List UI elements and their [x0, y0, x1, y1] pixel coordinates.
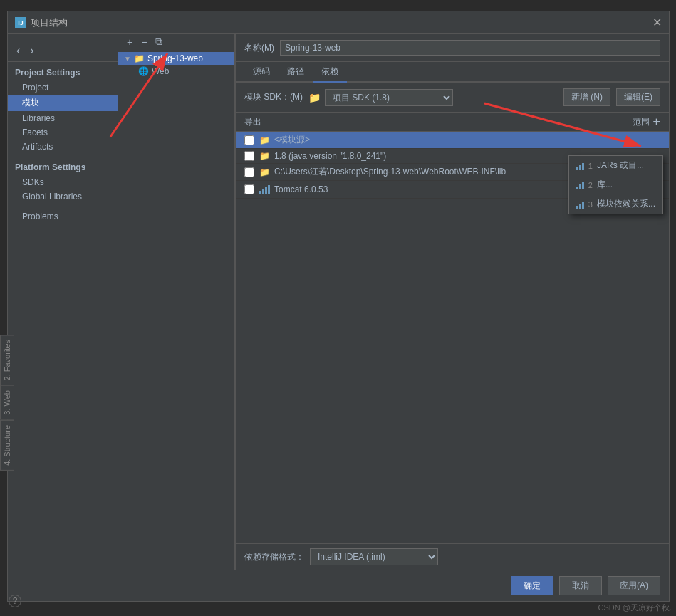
sidebar-item-global-libraries[interactable]: Global Libraries — [8, 189, 118, 204]
sidebar-item-problems[interactable]: Problems — [8, 209, 118, 224]
popup-num-1: 1 — [588, 162, 593, 170]
name-label: 名称(M) — [244, 42, 274, 54]
jars-icon — [576, 162, 584, 170]
deps-label: 导出 — [244, 116, 261, 128]
chevron-down-icon: ▼ — [124, 55, 131, 63]
forward-button[interactable]: › — [27, 43, 36, 58]
cancel-button[interactable]: 取消 — [559, 576, 602, 595]
main-area: + − ⧉ ▼ 📁 Spring-13-web 🌐 Web — [118, 34, 669, 601]
sidebar-item-artifacts[interactable]: Artifacts — [8, 140, 118, 154]
sidebar-item-modules[interactable]: 模块 — [8, 95, 118, 111]
watermark: CSDN @天凉好个秋. — [598, 602, 672, 613]
deps-row-module-source[interactable]: 📁 <模块源> — [236, 132, 669, 149]
name-input[interactable] — [280, 40, 660, 56]
folder-icon: 📁 — [134, 53, 145, 63]
add-sdk-button[interactable]: 新增 (N) — [563, 88, 610, 106]
deps-name-module-source: <模块源> — [274, 134, 660, 146]
format-select[interactable]: IntelliJ IDEA (.iml) Eclipse (.classpath… — [310, 548, 438, 565]
vtab-favorites[interactable]: 2: Favorites — [0, 335, 14, 385]
sdk-row: 模块 SDK：(M) 📁 项目 SDK (1.8) 新增 (N) 编辑(E) — [236, 83, 669, 113]
tab-source[interactable]: 源码 — [244, 62, 279, 83]
popup-item-jars[interactable]: 1 JARs 或目... — [569, 156, 662, 175]
folder-icon: 📁 — [308, 92, 321, 103]
deps-checkbox-module-source[interactable] — [244, 135, 254, 145]
dialog-title: 项目结构 — [31, 16, 68, 29]
scope-label: 范围 — [633, 116, 650, 128]
remove-module-button[interactable]: − — [138, 35, 150, 49]
popup-num-3: 3 — [588, 200, 593, 209]
jdk-icon: 📁 — [259, 152, 270, 160]
deps-header: 导出 范围 + — [236, 113, 669, 132]
popup-label-jars: JARs 或目... — [597, 160, 644, 172]
popup-label-lib: 库... — [597, 179, 613, 191]
deps-checkbox-tomcat[interactable] — [244, 184, 254, 194]
tree-item-web[interactable]: 🌐 Web — [118, 65, 234, 78]
bottom-label: 依赖存储格式： — [244, 551, 304, 563]
sidebar-item-project[interactable]: Project — [8, 80, 118, 95]
popup-num-2: 2 — [588, 181, 593, 189]
dialog-body: ‹ › Project Settings Project 模块 Librarie… — [8, 34, 669, 601]
tree-item-label: Spring-13-web — [147, 53, 203, 63]
deps-checkbox-jdk[interactable] — [244, 151, 254, 161]
project-settings-header: Project Settings — [8, 65, 118, 80]
platform-settings-header: Platform Settings — [8, 160, 118, 175]
title-bar: IJ 项目结构 ✕ — [8, 11, 669, 34]
deps-name-tomcat: Tomcat 6.0.53 — [274, 184, 568, 194]
module-dep-icon — [576, 200, 584, 209]
sdk-label: 模块 SDK：(M) — [244, 91, 303, 103]
popup-item-module-dep[interactable]: 3 模块依赖关系... — [569, 194, 662, 214]
tree-item-spring13web[interactable]: ▼ 📁 Spring-13-web — [118, 52, 234, 65]
module-tree-panel: + − ⧉ ▼ 📁 Spring-13-web 🌐 Web — [118, 34, 236, 570]
webroot-icon: 📁 — [259, 168, 270, 177]
copy-module-button[interactable]: ⧉ — [152, 34, 165, 49]
sidebar-item-sdks[interactable]: SDKs — [8, 175, 118, 189]
apply-button[interactable]: 应用(A) — [608, 576, 660, 595]
tab-deps[interactable]: 依赖 — [313, 62, 347, 83]
module-source-icon: 📁 — [259, 136, 270, 145]
module-section: + − ⧉ ▼ 📁 Spring-13-web 🌐 Web — [118, 34, 669, 570]
module-tree: ▼ 📁 Spring-13-web 🌐 Web — [118, 49, 235, 570]
bottom-row: 依赖存储格式： IntelliJ IDEA (.iml) Eclipse (.c… — [236, 543, 669, 570]
popup-item-lib[interactable]: 2 库... — [569, 175, 662, 194]
sidebar: ‹ › Project Settings Project 模块 Librarie… — [8, 34, 118, 601]
tomcat-icon — [259, 185, 270, 194]
confirm-button[interactable]: 确定 — [511, 576, 553, 595]
project-structure-dialog: IJ 项目结构 ✕ ‹ › Project Settings Project 模… — [7, 11, 670, 602]
popup-menu: 1 JARs 或目... 2 库... 3 模块依赖关系... — [568, 155, 663, 214]
name-row: 名称(M) — [236, 34, 669, 62]
vtab-structure[interactable]: 4: Structure — [0, 420, 14, 471]
add-module-button[interactable]: + — [124, 35, 135, 49]
add-dep-button[interactable]: + — [652, 115, 660, 128]
sdk-select[interactable]: 项目 SDK (1.8) — [325, 89, 453, 106]
app-icon: IJ — [15, 17, 26, 28]
lib-icon — [576, 181, 584, 189]
footer: 确定 取消 应用(A) — [118, 570, 669, 601]
tree-item-label: Web — [152, 66, 169, 76]
tab-paths[interactable]: 路径 — [279, 62, 313, 83]
help-button[interactable]: ? — [9, 595, 21, 607]
close-button[interactable]: ✕ — [652, 16, 662, 29]
web-icon: 🌐 — [138, 66, 149, 76]
vtab-web[interactable]: 3: Web — [0, 385, 14, 420]
popup-label-module-dep: 模块依赖关系... — [597, 198, 655, 210]
sidebar-item-libraries[interactable]: Libraries — [8, 111, 118, 125]
module-content: 名称(M) 源码 路径 依赖 模块 SDK：(M) 📁 — [236, 34, 669, 570]
back-button[interactable]: ‹ — [14, 43, 23, 58]
module-toolbar: + − ⧉ — [118, 34, 235, 49]
deps-checkbox-webroot[interactable] — [244, 167, 254, 177]
sidebar-item-facets[interactable]: Facets — [8, 125, 118, 140]
vertical-tabs-area: 2: Favorites 3: Web 4: Structure — [0, 335, 14, 471]
tabs-row: 源码 路径 依赖 — [236, 62, 669, 83]
edit-sdk-button[interactable]: 编辑(E) — [616, 88, 660, 106]
